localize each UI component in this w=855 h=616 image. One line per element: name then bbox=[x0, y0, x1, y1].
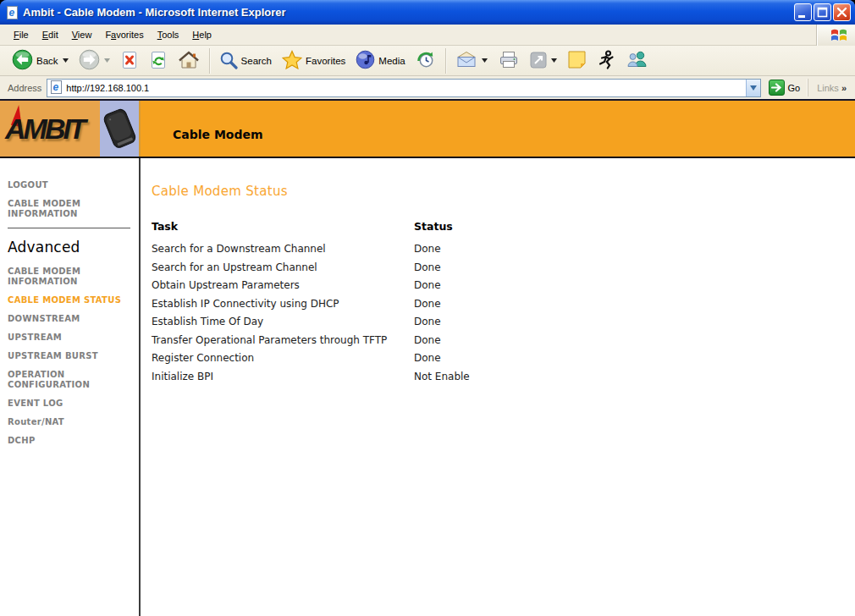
browser-window: e Ambit - Cable Modem - Microsoft Intern… bbox=[0, 0, 855, 616]
history-button[interactable] bbox=[411, 47, 441, 74]
forward-button[interactable] bbox=[74, 47, 115, 74]
aim-messenger-button[interactable] bbox=[592, 47, 621, 74]
page-header-title: Cable Modem bbox=[141, 101, 855, 157]
menu-favorites[interactable]: Favorites bbox=[98, 27, 150, 42]
title-bar: e Ambit - Cable Modem - Microsoft Intern… bbox=[0, 0, 855, 25]
modem-image bbox=[98, 101, 141, 157]
sidebar-item-dchp[interactable]: DCHP bbox=[8, 436, 132, 446]
menu-bar: File Edit View Favorites Tools Help bbox=[0, 25, 855, 46]
mail-button[interactable] bbox=[450, 47, 493, 74]
stop-button[interactable] bbox=[115, 47, 144, 74]
edit-icon bbox=[530, 52, 547, 70]
print-icon bbox=[498, 50, 520, 71]
edit-button[interactable] bbox=[525, 47, 562, 74]
address-url-text: http://192.168.100.1 bbox=[66, 83, 742, 93]
column-header-task: Task bbox=[152, 220, 414, 240]
sidebar-item-operation-configuration[interactable]: OPERATION CONFIGURATION bbox=[8, 370, 132, 390]
sidebar-item-router-nat[interactable]: Router/NAT bbox=[8, 417, 132, 427]
window-title: Ambit - Cable Modem - Microsoft Internet… bbox=[23, 6, 794, 19]
column-header-status: Status bbox=[414, 220, 470, 240]
media-button[interactable]: Media bbox=[350, 47, 410, 74]
ambit-logo-text: AMBIT bbox=[5, 113, 84, 146]
table-row: Search for an Upstream Channel Done bbox=[152, 259, 470, 278]
table-row: Initialize BPI Not Enable bbox=[152, 368, 470, 387]
links-chevron-icon: » bbox=[841, 83, 847, 93]
history-icon bbox=[416, 50, 436, 72]
status-value: Done bbox=[414, 295, 470, 314]
sidebar-item-upstream[interactable]: UPSTREAM bbox=[8, 333, 132, 343]
status-table: Task Status Search for a Downstream Chan… bbox=[152, 220, 470, 386]
toolbar-separator bbox=[209, 48, 210, 74]
forward-dropdown-icon bbox=[104, 58, 110, 63]
home-button[interactable] bbox=[173, 47, 205, 74]
table-row: Obtain Upstream Parameters Done bbox=[152, 277, 470, 295]
back-dropdown-icon bbox=[63, 58, 69, 63]
ambit-logo[interactable]: AMBIT bbox=[0, 101, 98, 157]
table-header-row: Task Status bbox=[152, 220, 470, 240]
status-value: Done bbox=[414, 259, 470, 278]
back-button[interactable]: Back bbox=[7, 47, 74, 74]
window-controls bbox=[794, 3, 851, 21]
favorites-button[interactable]: Favorites bbox=[277, 47, 350, 74]
sidebar-item-logout[interactable]: LOGOUT bbox=[8, 180, 132, 190]
table-row: Search for a Downstream Channel Done bbox=[152, 240, 470, 259]
messenger-people-icon bbox=[626, 50, 648, 71]
table-row: Register Connection Done bbox=[152, 349, 470, 368]
go-button[interactable]: Go bbox=[766, 80, 803, 96]
sidebar-item-cable-modem-information[interactable]: CABLE MODEM INFORMATION bbox=[8, 199, 132, 219]
sidebar-item-downstream[interactable]: DOWNSTREAM bbox=[8, 314, 132, 324]
table-row: Establish Time Of Day Done bbox=[152, 313, 470, 332]
page-header: AMBIT Cable Modem bbox=[0, 99, 855, 158]
home-icon bbox=[178, 50, 200, 72]
search-icon bbox=[219, 51, 238, 71]
discuss-note-icon bbox=[567, 50, 587, 71]
menu-edit[interactable]: Edit bbox=[36, 27, 65, 42]
toolbar-separator bbox=[445, 48, 446, 74]
status-value: Not Enable bbox=[414, 368, 470, 387]
sidebar-item-cable-modem-status[interactable]: CABLE MODEM STATUS bbox=[8, 295, 132, 305]
mail-icon bbox=[455, 51, 477, 70]
refresh-icon bbox=[149, 50, 168, 72]
maximize-button[interactable] bbox=[814, 3, 831, 21]
menu-help[interactable]: Help bbox=[185, 27, 218, 42]
media-icon bbox=[356, 50, 375, 71]
menu-file[interactable]: File bbox=[7, 27, 36, 42]
favorites-star-icon bbox=[282, 50, 302, 71]
browser-toolbar: Back Searc bbox=[0, 46, 855, 76]
msn-messenger-button[interactable] bbox=[621, 47, 654, 74]
sidebar-item-event-log[interactable]: EVENT LOG bbox=[8, 399, 132, 409]
page-title: Cable Modem Status bbox=[152, 184, 855, 199]
close-button[interactable] bbox=[833, 3, 851, 21]
page-body: LOGOUT CABLE MODEM INFORMATION Advanced … bbox=[0, 158, 855, 616]
print-button[interactable] bbox=[493, 47, 525, 74]
discuss-button[interactable] bbox=[562, 47, 592, 74]
back-icon bbox=[12, 49, 33, 72]
sidebar-item-upstream-burst[interactable]: UPSTREAM BURST bbox=[8, 351, 132, 361]
sidebar-section-advanced: Advanced bbox=[8, 239, 132, 256]
links-button[interactable]: Links » bbox=[808, 79, 850, 96]
ie-page-icon: e bbox=[50, 80, 63, 96]
address-input[interactable]: e http://192.168.100.1 bbox=[47, 79, 760, 97]
status-value: Done bbox=[414, 277, 470, 295]
windows-logo bbox=[816, 25, 855, 46]
refresh-button[interactable] bbox=[144, 47, 173, 74]
table-row: Establish IP Connectivity using DHCP Don… bbox=[152, 295, 470, 314]
status-value: Done bbox=[414, 349, 470, 368]
address-bar: Address e http://192.168.100.1 Go Links … bbox=[0, 76, 855, 99]
ie-page-icon: e bbox=[5, 6, 19, 19]
sidebar-divider bbox=[8, 228, 130, 228]
minimize-button[interactable] bbox=[794, 3, 812, 21]
edit-dropdown-icon bbox=[551, 58, 557, 63]
menu-tools[interactable]: Tools bbox=[151, 27, 186, 42]
search-button[interactable]: Search bbox=[214, 47, 277, 74]
sidebar: LOGOUT CABLE MODEM INFORMATION Advanced … bbox=[0, 158, 141, 616]
svg-text:e: e bbox=[9, 7, 15, 19]
address-label: Address bbox=[8, 83, 41, 93]
menu-view[interactable]: View bbox=[65, 27, 99, 42]
page-content: AMBIT Cable Modem LOGOUT CABLE MODEM INF… bbox=[0, 99, 855, 616]
main-content: Cable Modem Status Task Status Search fo… bbox=[141, 158, 855, 616]
sidebar-item-cable-modem-information-advanced[interactable]: CABLE MODEM INFORMATION bbox=[8, 267, 132, 287]
address-dropdown-button[interactable] bbox=[746, 80, 760, 96]
mail-dropdown-icon bbox=[482, 58, 488, 63]
status-value: Done bbox=[414, 332, 470, 350]
